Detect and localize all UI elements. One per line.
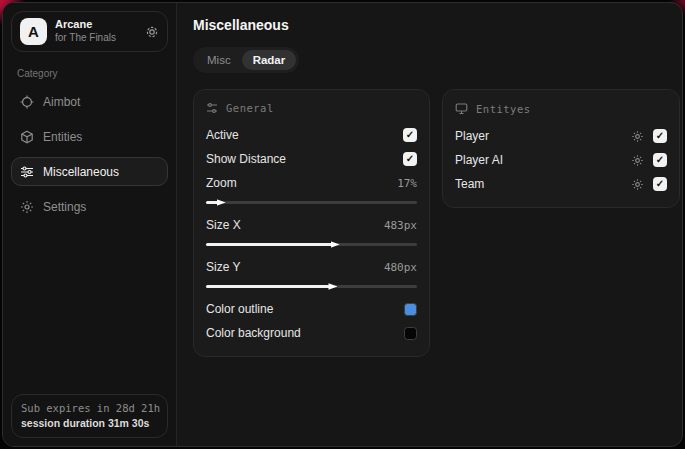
color-row-outline: Color outline bbox=[206, 298, 417, 320]
app-card: A Arcane for The Finals bbox=[11, 11, 168, 52]
category-label: Category bbox=[17, 68, 168, 79]
toggle-label: Active bbox=[206, 128, 239, 142]
cube-icon bbox=[20, 130, 34, 144]
monitor-icon bbox=[455, 102, 468, 115]
zoom-slider-group: Zoom 17% bbox=[206, 172, 417, 204]
slider-value: 17% bbox=[397, 177, 417, 190]
show-distance-checkbox[interactable]: ✓ bbox=[403, 152, 417, 166]
color-outline-swatch[interactable] bbox=[404, 303, 417, 316]
slider-label: Zoom bbox=[206, 176, 237, 190]
color-label: Color background bbox=[206, 326, 301, 340]
app-logo: A bbox=[20, 18, 47, 45]
color-label: Color outline bbox=[206, 302, 273, 316]
entity-label: Player AI bbox=[455, 153, 503, 167]
slider-value: 483px bbox=[384, 219, 417, 232]
active-checkbox[interactable]: ✓ bbox=[403, 128, 417, 142]
app-subtitle: for The Finals bbox=[55, 32, 137, 45]
slider-thumb[interactable] bbox=[331, 240, 340, 249]
subscription-card: Sub expires in 28d 21h session duration … bbox=[11, 394, 168, 438]
app-window: A Arcane for The Finals Category bbox=[2, 2, 683, 447]
sub-expires-text: Sub expires in 28d 21h bbox=[21, 402, 158, 414]
sliders-mini-icon bbox=[206, 102, 218, 114]
slider-value: 480px bbox=[384, 261, 417, 274]
sliders-icon bbox=[20, 165, 34, 179]
entity-settings-gear-icon[interactable] bbox=[631, 154, 644, 167]
toggle-label: Show Distance bbox=[206, 152, 286, 166]
checkmark-icon: ✓ bbox=[656, 179, 664, 189]
entity-label: Team bbox=[455, 177, 484, 191]
page-title: Miscellaneous bbox=[193, 17, 680, 33]
size-x-slider-group: Size X 483px bbox=[206, 214, 417, 246]
checkmark-icon: ✓ bbox=[406, 130, 414, 140]
entity-settings-gear-icon[interactable] bbox=[631, 130, 644, 143]
tab-radar[interactable]: Radar bbox=[242, 50, 297, 70]
color-row-background: Color background bbox=[206, 322, 417, 344]
sidebar-item-settings[interactable]: Settings bbox=[11, 192, 168, 221]
panel-title: General bbox=[226, 102, 274, 114]
size-y-slider[interactable] bbox=[206, 285, 417, 288]
slider-label: Size Y bbox=[206, 260, 240, 274]
app-settings-gear-icon[interactable] bbox=[145, 25, 159, 39]
slider-label: Size X bbox=[206, 218, 241, 232]
crosshair-icon bbox=[20, 95, 34, 109]
player-ai-checkbox[interactable]: ✓ bbox=[653, 153, 667, 167]
size-y-slider-group: Size Y 480px bbox=[206, 256, 417, 288]
entity-row-player-ai: Player AI ✓ bbox=[455, 149, 667, 171]
sidebar-item-entities[interactable]: Entities bbox=[11, 122, 168, 151]
slider-thumb[interactable] bbox=[328, 282, 337, 291]
checkmark-icon: ✓ bbox=[656, 155, 664, 165]
sidebar-item-label: Entities bbox=[43, 130, 82, 144]
app-name: Arcane bbox=[55, 18, 137, 32]
slider-thumb[interactable] bbox=[217, 198, 226, 207]
team-checkbox[interactable]: ✓ bbox=[653, 177, 667, 191]
sidebar-item-label: Aimbot bbox=[43, 95, 80, 109]
panel-title: Entityes bbox=[476, 103, 531, 115]
tab-bar: Misc Radar bbox=[193, 47, 299, 73]
main-content: Miscellaneous Misc Radar General bbox=[177, 3, 683, 446]
sidebar: A Arcane for The Finals Category bbox=[3, 3, 177, 446]
sidebar-item-label: Miscellaneous bbox=[43, 165, 119, 179]
entity-row-player: Player ✓ bbox=[455, 125, 667, 147]
general-panel: General Active ✓ Show Distance ✓ bbox=[193, 89, 430, 357]
entities-panel: Entityes Player ✓ bbox=[442, 89, 680, 208]
entity-label: Player bbox=[455, 129, 489, 143]
sidebar-item-miscellaneous[interactable]: Miscellaneous bbox=[11, 157, 168, 186]
checkmark-icon: ✓ bbox=[406, 154, 414, 164]
zoom-slider[interactable] bbox=[206, 201, 417, 204]
entity-row-team: Team ✓ bbox=[455, 173, 667, 195]
sidebar-item-aimbot[interactable]: Aimbot bbox=[11, 87, 168, 116]
toggle-row-show-distance: Show Distance ✓ bbox=[206, 148, 417, 170]
tab-misc[interactable]: Misc bbox=[196, 50, 242, 70]
size-x-slider[interactable] bbox=[206, 243, 417, 246]
toggle-row-active: Active ✓ bbox=[206, 124, 417, 146]
checkmark-icon: ✓ bbox=[656, 131, 664, 141]
gear-icon bbox=[20, 200, 34, 214]
color-background-swatch[interactable] bbox=[404, 327, 417, 340]
sidebar-menu: Aimbot Entities bbox=[11, 87, 168, 221]
entity-settings-gear-icon[interactable] bbox=[631, 178, 644, 191]
player-checkbox[interactable]: ✓ bbox=[653, 129, 667, 143]
session-duration-text: session duration 31m 30s bbox=[21, 417, 158, 429]
sidebar-item-label: Settings bbox=[43, 200, 86, 214]
